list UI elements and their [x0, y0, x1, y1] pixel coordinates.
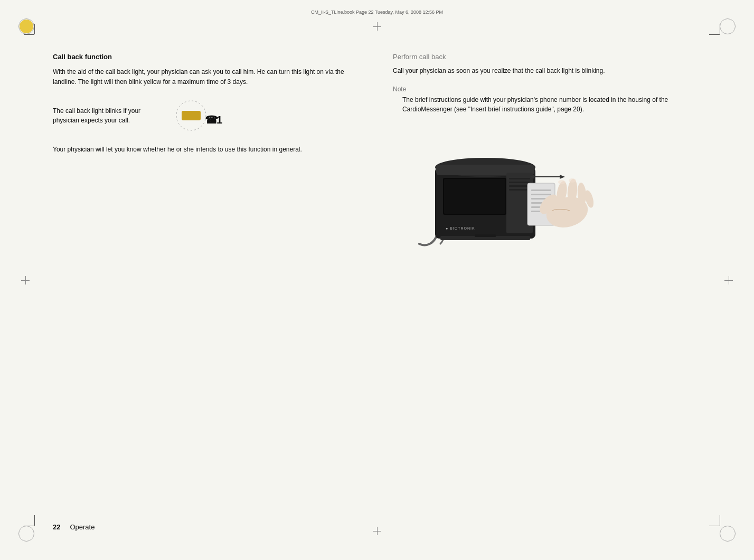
- note-title: Note: [393, 86, 701, 93]
- corner-mark-tr: [709, 24, 730, 45]
- svg-rect-1: [182, 111, 201, 120]
- svg-text:1: 1: [216, 114, 222, 126]
- corner-mark-br: [709, 515, 730, 536]
- svg-rect-34: [475, 234, 496, 237]
- callout-text: The call back light blinks if your physi…: [53, 106, 158, 125]
- svg-rect-11: [509, 182, 530, 183]
- left-paragraph-1: With the aid of the call back light, you…: [53, 67, 361, 87]
- svg-rect-13: [509, 189, 530, 191]
- corner-mark-tl: [24, 24, 45, 45]
- right-column: Perform call back Call your physician as…: [393, 53, 701, 497]
- svg-point-31: [558, 180, 566, 184]
- callout-row: The call back light blinks if your physi…: [53, 97, 361, 134]
- left-paragraph-2: Your physician will let you know whether…: [53, 145, 361, 155]
- footer-label: Operate: [70, 523, 95, 531]
- left-section-title: Call back function: [53, 53, 361, 61]
- svg-marker-22: [560, 175, 565, 179]
- content-area: Call back function With the aid of the c…: [53, 53, 701, 497]
- svg-point-32: [569, 178, 576, 183]
- device-image-area: ● BIOTRONIK: [393, 130, 593, 246]
- svg-rect-16: [531, 194, 551, 195]
- svg-rect-12: [509, 185, 530, 187]
- page: CM_II-S_TLine.book Page 22 Tuesday, May …: [0, 0, 754, 560]
- note-body: The brief instructions guide with your p…: [393, 95, 701, 115]
- left-column: Call back function With the aid of the c…: [53, 53, 361, 497]
- svg-rect-15: [531, 189, 551, 191]
- right-paragraph-1: Call your physician as soon as you reali…: [393, 66, 701, 76]
- light-blink-svg: ☎ 1: [169, 97, 232, 134]
- right-section-title: Perform call back: [393, 53, 701, 61]
- page-header-meta: CM_II-S_TLine.book Page 22 Tuesday, May …: [311, 10, 443, 15]
- page-number: 22: [53, 523, 60, 531]
- corner-mark-bl: [24, 515, 45, 536]
- page-footer: 22 Operate: [53, 523, 95, 531]
- svg-rect-10: [509, 178, 530, 179]
- device-light-illustration: ☎ 1: [169, 97, 232, 134]
- svg-text:● BIOTRONIK: ● BIOTRONIK: [446, 226, 475, 230]
- cardiomessenger-svg: ● BIOTRONIK: [393, 130, 593, 246]
- svg-rect-8: [444, 179, 505, 214]
